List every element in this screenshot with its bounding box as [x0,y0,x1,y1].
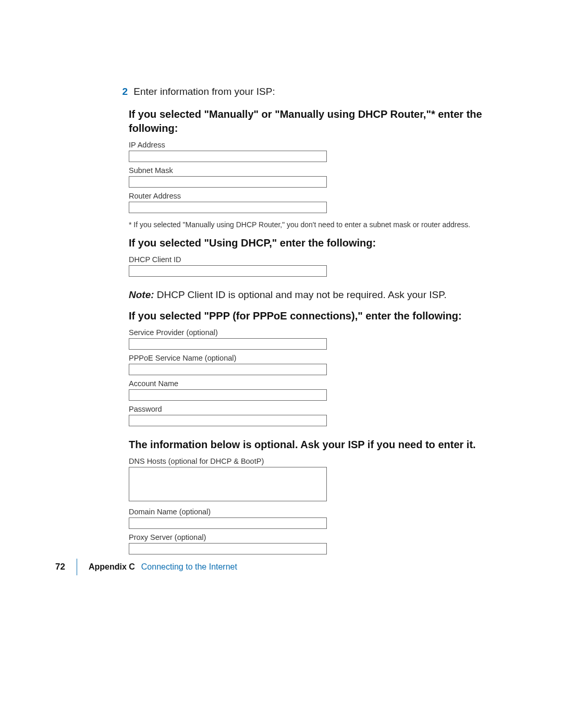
step-number: 2 [118,85,131,99]
label-domain-name: Domain Name (optional) [129,508,504,516]
note-body: DHCP Client ID is optional and may not b… [154,289,447,300]
appendix-title: Connecting to the Internet [141,562,237,572]
section-ppp: If you selected "PPP (for PPPoE connecti… [129,309,504,426]
label-ip-address: IP Address [129,141,504,149]
input-dhcp-client-id[interactable] [129,265,327,277]
page-footer: 72 Appendix C Connecting to the Internet [55,559,237,575]
footnote-manual: * If you selected "Manually using DHCP R… [129,220,504,229]
input-password[interactable] [129,415,327,426]
input-proxy-server[interactable] [129,543,327,554]
label-router-address: Router Address [129,192,504,200]
label-proxy-server: Proxy Server (optional) [129,533,504,541]
step-text: Enter information from your ISP: [133,86,275,97]
step-line: 2 Enter information from your ISP: [129,85,504,99]
section-manual: If you selected "Manually" or "Manually … [129,107,504,229]
main-content: 2 Enter information from your ISP: If yo… [129,85,504,554]
page-number: 72 [55,562,65,572]
input-domain-name[interactable] [129,517,327,529]
label-pppoe-service-name: PPPoE Service Name (optional) [129,354,504,362]
label-password: Password [129,405,504,413]
heading-manual: If you selected "Manually" or "Manually … [129,107,504,135]
input-account-name[interactable] [129,389,327,401]
label-dns-hosts: DNS Hosts (optional for DHCP & BootP) [129,457,504,465]
input-subnet-mask[interactable] [129,176,327,188]
input-dns-hosts[interactable] [129,467,327,501]
input-service-provider[interactable] [129,338,327,350]
heading-ppp: If you selected "PPP (for PPPoE connecti… [129,309,504,323]
input-router-address[interactable] [129,202,327,213]
label-account-name: Account Name [129,379,504,388]
section-dhcp: If you selected "Using DHCP," enter the … [129,236,504,302]
label-dhcp-client-id: DHCP Client ID [129,255,504,264]
heading-dhcp: If you selected "Using DHCP," enter the … [129,236,504,250]
note-line: Note: DHCP Client ID is optional and may… [129,288,504,302]
note-label: Note: [129,289,154,300]
section-optional: The information below is optional. Ask y… [129,438,504,554]
label-service-provider: Service Provider (optional) [129,328,504,337]
document-page: 2 Enter information from your ISP: If yo… [0,0,563,728]
input-pppoe-service-name[interactable] [129,364,327,375]
appendix-label: Appendix C [89,562,135,572]
input-ip-address[interactable] [129,151,327,162]
heading-optional: The information below is optional. Ask y… [129,438,504,452]
label-subnet-mask: Subnet Mask [129,166,504,175]
footer-divider [77,559,77,575]
